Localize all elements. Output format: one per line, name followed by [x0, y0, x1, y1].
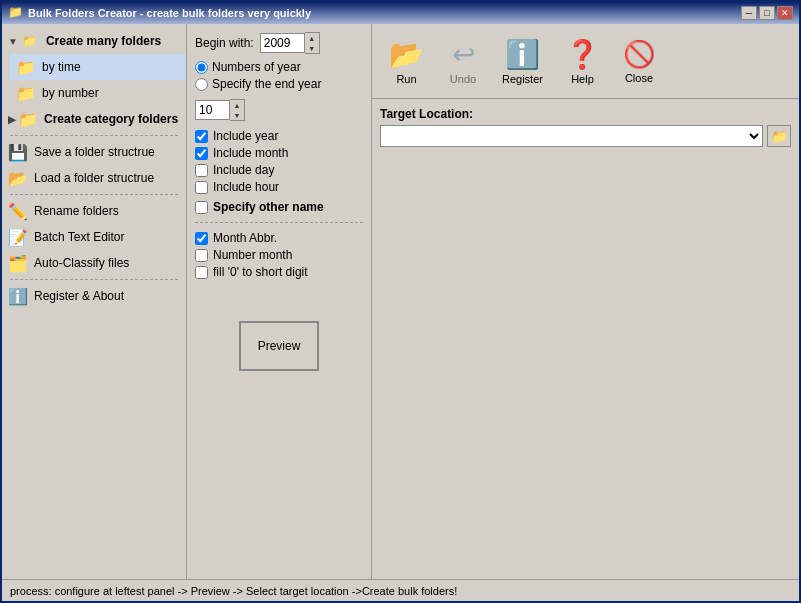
maximize-button[interactable]: □	[759, 6, 775, 20]
sidebar-label-create-category: Create category folders	[44, 112, 178, 126]
include-hour-checkbox[interactable]	[195, 181, 208, 194]
sidebar-item-by-number[interactable]: 📁 by number	[10, 80, 186, 106]
month-checkboxes: Month Abbr. Number month fill '0' to sho…	[195, 231, 363, 279]
sidebar-item-register[interactable]: ℹ️ Register & About	[2, 283, 186, 309]
sidebar-item-save[interactable]: 💾 Save a folder structrue	[2, 139, 186, 165]
status-text: process: configure at leftest panel -> P…	[10, 585, 457, 597]
sidebar: ▼ 📁 Create many folders 📁 by time 📁 by n…	[2, 24, 187, 579]
target-location-select[interactable]	[380, 125, 763, 147]
sidebar-label-save: Save a folder structrue	[34, 145, 155, 159]
close-toolbar-button[interactable]: 🚫 Close	[613, 34, 665, 89]
preview-container: Preview	[195, 301, 363, 391]
end-year-up[interactable]: ▲	[230, 100, 244, 110]
include-day-item[interactable]: Include day	[195, 163, 363, 177]
radio-numbers[interactable]: Numbers of year	[195, 60, 363, 74]
include-month-checkbox[interactable]	[195, 147, 208, 160]
radio-specify[interactable]: Specify the end year	[195, 77, 363, 91]
include-day-checkbox[interactable]	[195, 164, 208, 177]
begin-with-spinner: ▲ ▼	[260, 32, 320, 54]
undo-button[interactable]: ↩ Undo	[437, 33, 489, 90]
end-year-input[interactable]	[195, 100, 230, 120]
divider-2	[10, 194, 178, 195]
window-controls: ─ □ ✕	[741, 6, 793, 20]
sidebar-item-classify[interactable]: 🗂️ Auto-Classify files	[2, 250, 186, 276]
target-area: Target Location: 📁	[372, 99, 799, 155]
number-month-item[interactable]: Number month	[195, 248, 363, 262]
load-icon: 📂	[8, 168, 28, 188]
register-icon: ℹ️	[505, 38, 540, 71]
run-icon: 📂	[389, 38, 424, 71]
include-hour-item[interactable]: Include hour	[195, 180, 363, 194]
fill-zero-checkbox[interactable]	[195, 266, 208, 279]
month-abbr-item[interactable]: Month Abbr.	[195, 231, 363, 245]
fill-zero-item[interactable]: fill '0' to short digit	[195, 265, 363, 279]
end-year-row: ▲ ▼	[195, 99, 363, 121]
sidebar-item-create-category[interactable]: ▶ 📁 Create category folders	[2, 106, 186, 132]
include-month-label: Include month	[213, 146, 288, 160]
minimize-button[interactable]: ─	[741, 6, 757, 20]
include-year-item[interactable]: Include year	[195, 129, 363, 143]
begin-with-down[interactable]: ▼	[305, 43, 319, 53]
preview-button[interactable]: Preview	[239, 321, 319, 371]
sidebar-item-load[interactable]: 📂 Load a folder structrue	[2, 165, 186, 191]
browse-button[interactable]: 📁	[767, 125, 791, 147]
app-icon: 📁	[8, 5, 24, 21]
radio-specify-input[interactable]	[195, 78, 208, 91]
radio-group: Numbers of year Specify the end year	[195, 60, 363, 91]
sidebar-group-time: 📁 by time 📁 by number	[2, 54, 186, 106]
toolbar: 📂 Run ↩ Undo ℹ️ Register ❓ Help 🚫 Cl	[372, 24, 799, 99]
divider-1	[10, 135, 178, 136]
middle-panel: Begin with: ▲ ▼ Numbers of year Sp	[187, 24, 372, 579]
target-row: 📁	[380, 125, 791, 147]
specify-other-item[interactable]: Specify other name	[195, 200, 363, 214]
undo-label: Undo	[450, 73, 476, 85]
specify-other-label: Specify other name	[213, 200, 324, 214]
undo-icon: ↩	[452, 38, 475, 71]
begin-with-up[interactable]: ▲	[305, 33, 319, 43]
end-year-down[interactable]: ▼	[230, 110, 244, 120]
clock-folder-icon: 📁	[16, 57, 36, 77]
category-folder-icon: 📁	[18, 109, 38, 129]
include-month-item[interactable]: Include month	[195, 146, 363, 160]
help-icon: ❓	[565, 38, 600, 71]
help-button[interactable]: ❓ Help	[556, 33, 609, 90]
save-icon: 💾	[8, 142, 28, 162]
begin-with-spinner-btns: ▲ ▼	[305, 32, 320, 54]
include-year-checkbox[interactable]	[195, 130, 208, 143]
divider-3	[10, 279, 178, 280]
browse-icon: 📁	[771, 129, 788, 144]
sidebar-label-register: Register & About	[34, 289, 124, 303]
fill-zero-label: fill '0' to short digit	[213, 265, 308, 279]
month-abbr-checkbox[interactable]	[195, 232, 208, 245]
sidebar-item-by-time[interactable]: 📁 by time	[10, 54, 186, 80]
folder-icon: 📁	[20, 31, 40, 51]
number-month-label: Number month	[213, 248, 292, 262]
sidebar-label-rename: Rename folders	[34, 204, 119, 218]
include-day-label: Include day	[213, 163, 274, 177]
close-label: Close	[625, 72, 653, 84]
begin-with-input[interactable]	[260, 33, 305, 53]
register-label: Register	[502, 73, 543, 85]
specify-other-checkbox[interactable]	[195, 201, 208, 214]
radio-numbers-input[interactable]	[195, 61, 208, 74]
sidebar-item-create-many[interactable]: ▼ 📁 Create many folders	[2, 28, 186, 54]
register-button[interactable]: ℹ️ Register	[493, 33, 552, 90]
help-label: Help	[571, 73, 594, 85]
close-button[interactable]: ✕	[777, 6, 793, 20]
main-window: 📁 Bulk Folders Creator - create bulk fol…	[0, 0, 801, 603]
number-month-checkbox[interactable]	[195, 249, 208, 262]
run-label: Run	[396, 73, 416, 85]
month-abbr-label: Month Abbr.	[213, 231, 277, 245]
expand-icon: ▼	[8, 36, 18, 47]
end-year-spinner-btns: ▲ ▼	[230, 99, 245, 121]
register-icon: ℹ️	[8, 286, 28, 306]
radio-specify-label: Specify the end year	[212, 77, 321, 91]
window-title: Bulk Folders Creator - create bulk folde…	[28, 7, 741, 19]
number-folder-icon: 📁	[16, 83, 36, 103]
target-location-label: Target Location:	[380, 107, 791, 121]
close-icon: 🚫	[623, 39, 655, 70]
include-year-label: Include year	[213, 129, 278, 143]
run-button[interactable]: 📂 Run	[380, 33, 433, 90]
sidebar-item-rename[interactable]: ✏️ Rename folders	[2, 198, 186, 224]
sidebar-item-batch[interactable]: 📝 Batch Text Editor	[2, 224, 186, 250]
